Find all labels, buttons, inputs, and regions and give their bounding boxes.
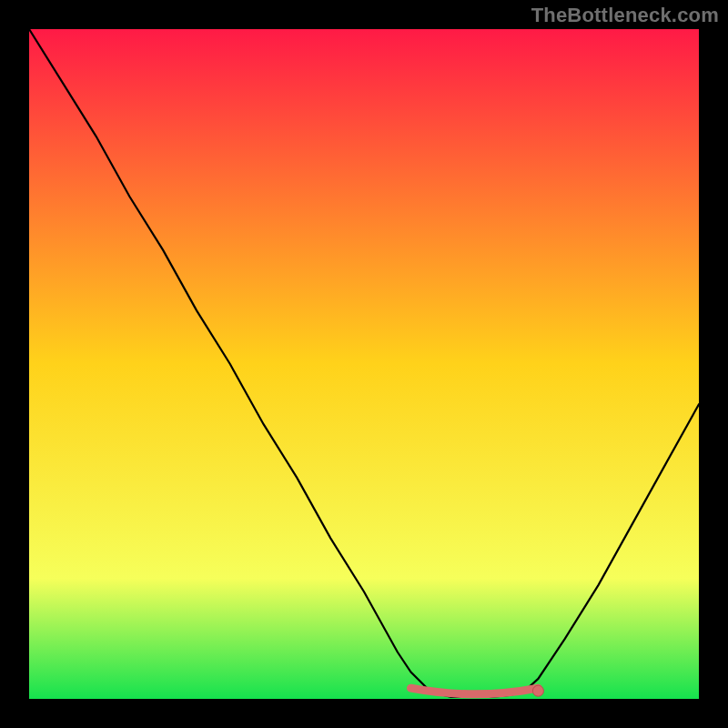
bottleneck-chart bbox=[29, 29, 699, 699]
gradient-background bbox=[29, 29, 699, 699]
attribution-label: TheBottleneck.com bbox=[531, 4, 719, 27]
end-marker-dot bbox=[532, 685, 543, 696]
chart-frame: TheBottleneck.com bbox=[0, 0, 728, 728]
plot-area bbox=[29, 29, 699, 699]
